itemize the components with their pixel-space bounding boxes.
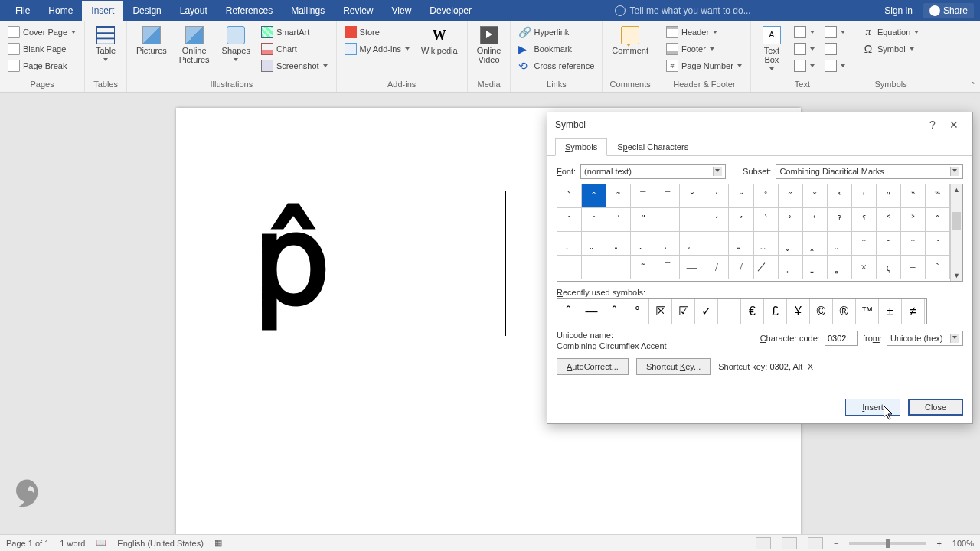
dialog-help-button[interactable]: ?	[922, 119, 943, 131]
recent-symbol-cell[interactable]: ±	[879, 299, 902, 324]
symbol-cell[interactable]: ʺ	[631, 208, 655, 232]
page-status[interactable]: Page 1 of 1	[6, 539, 49, 548]
chart-button[interactable]: Chart	[258, 41, 332, 57]
recent-symbol-cell[interactable]: ©	[810, 299, 833, 324]
from-dropdown[interactable]: Unicode (hex)	[887, 331, 963, 346]
recent-symbol-cell[interactable]: —	[580, 299, 603, 324]
symbol-cell[interactable]: ˄	[926, 208, 950, 232]
symbol-cell[interactable]: ˜	[606, 184, 631, 208]
symbol-cell[interactable]: ̻	[828, 256, 852, 279]
print-layout-button[interactable]	[782, 537, 797, 549]
signature-line-button[interactable]	[822, 24, 849, 40]
symbol-cell[interactable]: ¨	[729, 184, 753, 208]
symbol-cell[interactable]: ˋ	[557, 184, 582, 208]
symbol-cell[interactable]: ʼ	[729, 208, 753, 232]
symbol-cell[interactable]: /	[704, 256, 729, 279]
menu-tab-file[interactable]: File	[6, 1, 39, 21]
symbol-cell[interactable]: ˃	[901, 208, 926, 232]
recent-symbol-cell[interactable]	[718, 299, 741, 324]
symbol-cell[interactable]: ˆ	[582, 184, 606, 208]
menu-tab-insert[interactable]: Insert	[82, 1, 123, 21]
symbol-cell[interactable]: ʽ	[754, 208, 779, 232]
symbol-cell[interactable]: ″	[877, 184, 901, 208]
text-box-button[interactable]: AText Box	[756, 24, 788, 73]
menu-tab-layout[interactable]: Layout	[171, 1, 217, 21]
symbol-cell[interactable]: ˁ	[852, 208, 877, 232]
recent-symbol-cell[interactable]: ˆ	[557, 299, 580, 324]
recent-symbol-cell[interactable]: ˆ	[603, 299, 626, 324]
recent-symbol-cell[interactable]: ≠	[902, 299, 925, 324]
recent-symbol-cell[interactable]: ™	[856, 299, 879, 324]
footer-button[interactable]: Footer	[663, 41, 746, 57]
recent-symbol-cell[interactable]: ¥	[787, 299, 810, 324]
symbol-cell[interactable]: ‛	[828, 184, 852, 208]
symbol-cell[interactable]: ̨	[680, 232, 704, 256]
symbol-cell[interactable]: ̥	[606, 232, 631, 256]
recent-symbol-cell[interactable]: °	[626, 299, 649, 324]
table-button[interactable]: Table	[90, 24, 122, 64]
symbol-cell[interactable]: —	[680, 256, 704, 279]
symbol-cell[interactable]: ̭	[803, 232, 828, 256]
recent-symbol-cell[interactable]: £	[764, 299, 787, 324]
language-status[interactable]: English (United States)	[117, 539, 204, 548]
symbol-cell[interactable]	[655, 208, 680, 232]
symbol-cell[interactable]: ‷	[926, 184, 950, 208]
symbol-cell[interactable]: ̸	[754, 256, 779, 279]
symbol-cell[interactable]: ʿ	[803, 208, 828, 232]
page-number-button[interactable]: #Page Number	[663, 58, 746, 73]
symbol-cell[interactable]: ˘	[680, 184, 704, 208]
symbol-cell[interactable]	[606, 256, 631, 279]
blank-page-button[interactable]: Blank Page	[5, 41, 80, 57]
menu-tab-mailings[interactable]: Mailings	[282, 1, 334, 21]
recent-symbol-cell[interactable]: ®	[833, 299, 856, 324]
macro-indicator-icon[interactable]: ▦	[214, 538, 222, 548]
zoom-in-button[interactable]: +	[936, 539, 941, 548]
symbol-cell[interactable]: ̦	[631, 232, 655, 256]
symbol-cell[interactable]: ̩	[704, 232, 729, 256]
menu-tab-references[interactable]: References	[217, 1, 282, 21]
symbol-cell[interactable]	[557, 256, 582, 279]
dialog-close-button[interactable]: ✕	[943, 119, 965, 131]
symbol-cell[interactable]: ʹ	[606, 208, 631, 232]
symbol-cell[interactable]: ˆ	[557, 208, 582, 232]
wordart-button[interactable]	[791, 41, 818, 57]
hyperlink-button[interactable]: 🔗Hyperlink	[515, 24, 597, 40]
symbol-cell[interactable]: ̧	[655, 232, 680, 256]
cross-reference-button[interactable]: ⟲Cross-reference	[515, 58, 597, 73]
wikipedia-button[interactable]: WWikipedia	[416, 24, 462, 57]
symbol-cell[interactable]: ˜	[926, 232, 950, 256]
symbol-cell[interactable]: ˆ	[852, 232, 877, 256]
online-video-button[interactable]: Online Video	[472, 24, 506, 66]
symbol-cell[interactable]: ×	[852, 256, 877, 279]
equation-button[interactable]: πEquation	[859, 24, 923, 40]
menu-tab-home[interactable]: Home	[39, 1, 82, 21]
recent-symbol-cell[interactable]: ✓	[695, 299, 718, 324]
symbol-button[interactable]: ΩSymbol	[859, 41, 923, 57]
share-button[interactable]: Share	[923, 3, 974, 18]
symbol-cell[interactable]: ˂	[877, 208, 901, 232]
tab-special-characters[interactable]: Special Characters	[607, 138, 698, 156]
symbol-cell[interactable]: /	[729, 256, 753, 279]
symbol-cell[interactable]: ≡	[901, 256, 926, 279]
symbol-cell[interactable]: ¯	[631, 184, 655, 208]
symbol-cell[interactable]: ̪	[729, 232, 753, 256]
recent-symbol-cell[interactable]: ☒	[649, 299, 672, 324]
close-button[interactable]: Close	[908, 399, 963, 416]
symbol-cell[interactable]: ˆ	[901, 232, 926, 256]
menu-tab-view[interactable]: View	[383, 1, 421, 21]
header-button[interactable]: Header	[663, 24, 746, 40]
online-pictures-button[interactable]: Online Pictures	[175, 24, 214, 66]
symbol-cell[interactable]: ¯	[655, 184, 680, 208]
shortcut-key-button[interactable]: Shortcut Key...	[636, 358, 710, 375]
object-button[interactable]	[822, 58, 849, 73]
symbol-cell[interactable]: ′	[852, 184, 877, 208]
scroll-up-button[interactable]: ▲	[951, 184, 962, 195]
symbol-cell[interactable]: ʻ	[704, 208, 729, 232]
symbol-cell[interactable]: ‶	[901, 184, 926, 208]
date-time-button[interactable]	[822, 41, 849, 57]
menu-tab-design[interactable]: Design	[123, 1, 170, 21]
shapes-button[interactable]: Shapes	[217, 24, 255, 64]
drop-cap-button[interactable]	[791, 58, 818, 73]
page-break-button[interactable]: Page Break	[5, 58, 80, 73]
my-addins-button[interactable]: My Add-ins	[341, 41, 413, 57]
